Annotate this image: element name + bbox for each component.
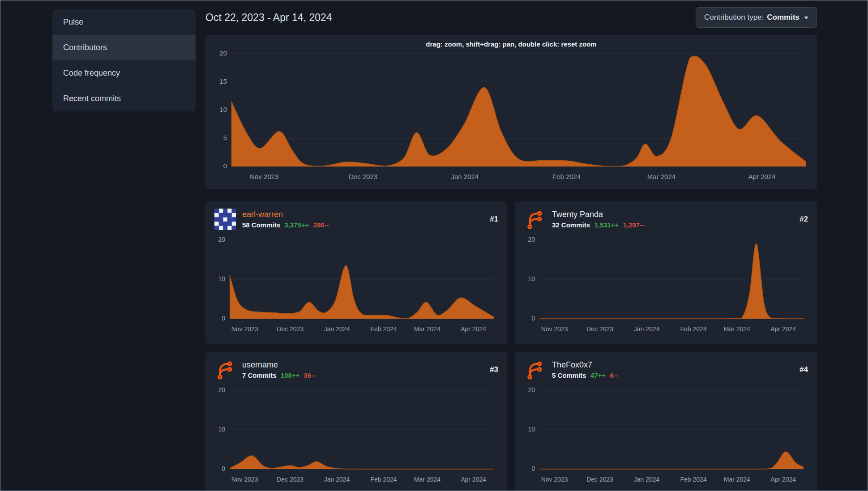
svg-text:Jan 2024: Jan 2024 [324,476,350,483]
svg-text:0: 0 [222,315,225,322]
contributor-card: Twenty Panda 32 Commits 1,531++ 1,297-- … [515,201,817,344]
svg-text:Apr 2024: Apr 2024 [770,476,796,483]
contributor-card-header: username 7 Commits 108++ 36-- #3 [205,352,507,380]
contributor-name-link[interactable]: earl-warren [242,210,478,219]
svg-text:Jan 2024: Jan 2024 [451,173,479,180]
contributor-stats: 5 Commits 47++ 6-- [552,371,788,379]
contributor-name-link[interactable]: TheFox0x7 [552,360,788,370]
svg-text:Mar 2024: Mar 2024 [724,476,750,483]
additions-count: 1,531++ [594,221,619,229]
svg-text:Feb 2024: Feb 2024 [552,173,581,180]
contributor-card-header: earl-warren 58 Commits 3,375++ 286-- #1 [205,201,507,230]
svg-text:20: 20 [528,236,535,243]
contribution-type-label: Contribution type: [704,13,764,22]
contributor-commits-chart[interactable]: 01020Nov 2023Dec 2023Jan 2024Feb 2024Mar… [205,236,507,337]
svg-text:10: 10 [219,106,227,113]
deletions-count: 286-- [313,221,329,229]
svg-text:Jan 2024: Jan 2024 [634,325,660,333]
date-range-title: Oct 22, 2023 - Apr 14, 2024 [205,12,332,24]
svg-text:Feb 2024: Feb 2024 [680,476,706,483]
contributor-stats: 32 Commits 1,531++ 1,297-- [552,221,788,229]
forgejo-logo-icon [524,359,546,380]
svg-text:Feb 2024: Feb 2024 [370,325,397,333]
commit-count: 32 Commits [552,221,590,229]
svg-text:0: 0 [531,465,535,472]
contributor-identity: username 7 Commits 108++ 36-- [242,360,478,379]
svg-text:Dec 2023: Dec 2023 [277,325,304,333]
overall-chart-card: drag: zoom, shift+drag: pan, double clic… [205,35,817,189]
additions-count: 47++ [590,371,606,379]
contributor-card-header: Twenty Panda 32 Commits 1,531++ 1,297-- … [515,201,817,230]
contributor-name-link[interactable]: username [242,360,478,370]
svg-text:Nov 2023: Nov 2023 [250,173,278,180]
contributor-avatar[interactable] [524,209,546,230]
svg-text:20: 20 [528,387,535,393]
deletions-count: 6-- [610,371,618,379]
rank-badge: #2 [800,215,808,224]
svg-text:20: 20 [219,50,227,57]
sidebar-item-code-frequency[interactable]: Code frequency [52,60,196,86]
sidebar-item-recent-commits[interactable]: Recent commits [52,86,196,111]
contributor-identity: TheFox0x7 5 Commits 47++ 6-- [552,360,788,379]
contributor-avatar[interactable] [214,359,236,380]
svg-text:10: 10 [528,426,535,433]
topbar: Oct 22, 2023 - Apr 14, 2024 Contribution… [205,7,817,28]
svg-text:Mar 2024: Mar 2024 [724,325,750,333]
svg-text:20: 20 [218,387,225,393]
svg-text:Nov 2023: Nov 2023 [541,325,568,333]
rank-badge: #4 [800,365,808,374]
commit-count: 5 Commits [552,371,586,379]
svg-text:Feb 2024: Feb 2024 [370,476,397,483]
contributor-commits-chart[interactable]: 01020Nov 2023Dec 2023Jan 2024Feb 2024Mar… [205,387,507,487]
chart-zoom-hint: drag: zoom, shift+drag: pan, double clic… [205,40,817,50]
deletions-count: 1,297-- [623,221,644,229]
svg-text:Jan 2024: Jan 2024 [324,325,350,333]
identicon-avatar-icon [214,209,236,230]
sidebar-item-pulse[interactable]: Pulse [52,9,196,35]
contributor-avatar[interactable] [214,209,236,230]
svg-text:Nov 2023: Nov 2023 [541,476,568,483]
overall-commits-chart[interactable]: 05101520Nov 2023Dec 2023Jan 2024Feb 2024… [205,50,817,184]
additions-count: 108++ [281,371,300,379]
svg-text:0: 0 [531,315,535,322]
contributor-avatar[interactable] [524,359,546,380]
additions-count: 3,375++ [284,221,309,229]
svg-text:Mar 2024: Mar 2024 [414,476,440,483]
main-content: Oct 22, 2023 - Apr 14, 2024 Contribution… [205,0,817,491]
svg-text:Dec 2023: Dec 2023 [586,325,613,333]
forgejo-logo-icon [524,209,546,230]
commit-count: 7 Commits [242,371,277,379]
contributor-cards-grid: earl-warren 58 Commits 3,375++ 286-- #1 … [205,201,817,491]
forgejo-logo-icon [214,359,236,380]
repo-activity-contributors-page: PulseContributorsCode frequencyRecent co… [0,0,868,491]
contributor-card: earl-warren 58 Commits 3,375++ 286-- #1 … [205,201,507,344]
contributor-identity: earl-warren 58 Commits 3,375++ 286-- [242,210,478,229]
svg-text:Apr 2024: Apr 2024 [461,325,486,333]
svg-text:Apr 2024: Apr 2024 [770,325,796,333]
svg-text:5: 5 [223,134,227,141]
svg-text:Mar 2024: Mar 2024 [414,325,440,333]
svg-text:Apr 2024: Apr 2024 [748,173,776,180]
svg-text:0: 0 [222,465,225,472]
contributor-stats: 58 Commits 3,375++ 286-- [242,221,478,229]
contributor-name-link[interactable]: Twenty Panda [552,210,788,219]
rank-badge: #3 [490,365,498,374]
activity-sidebar: PulseContributorsCode frequencyRecent co… [52,9,196,111]
contributor-card: TheFox0x7 5 Commits 47++ 6-- #4 01020Nov… [515,352,817,491]
svg-text:Feb 2024: Feb 2024 [680,325,706,333]
svg-text:0: 0 [223,162,227,170]
svg-text:Apr 2024: Apr 2024 [461,476,486,483]
svg-text:Dec 2023: Dec 2023 [586,476,613,483]
svg-text:15: 15 [219,77,227,85]
deletions-count: 36-- [304,371,316,379]
contribution-type-dropdown[interactable]: Contribution type: Commits [696,7,817,28]
contributor-card-header: TheFox0x7 5 Commits 47++ 6-- #4 [515,352,817,380]
svg-text:20: 20 [218,236,225,243]
svg-text:10: 10 [218,275,225,282]
contributor-commits-chart[interactable]: 01020Nov 2023Dec 2023Jan 2024Feb 2024Mar… [515,387,817,487]
sidebar-item-contributors[interactable]: Contributors [52,35,196,60]
contributor-commits-chart[interactable]: 01020Nov 2023Dec 2023Jan 2024Feb 2024Mar… [515,236,817,337]
svg-text:Mar 2024: Mar 2024 [647,173,676,180]
commit-count: 58 Commits [242,221,280,229]
svg-text:Dec 2023: Dec 2023 [277,476,304,483]
